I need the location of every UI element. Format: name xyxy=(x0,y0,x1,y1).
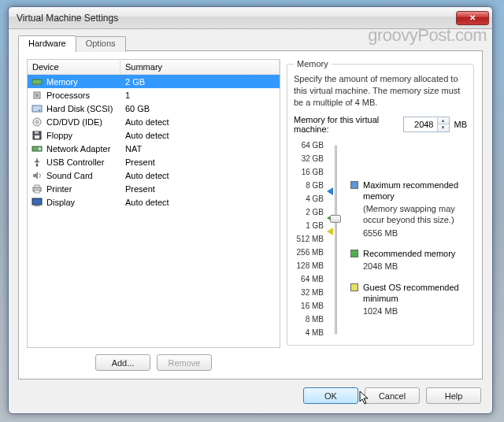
svg-rect-1 xyxy=(34,84,35,86)
svg-rect-6 xyxy=(32,106,42,112)
spin-up-icon[interactable]: ▲ xyxy=(438,117,449,125)
ok-button[interactable]: OK xyxy=(303,387,358,404)
close-button[interactable]: ✕ xyxy=(456,11,489,25)
memory-spinner[interactable]: ▲ ▼ xyxy=(403,117,450,132)
device-summary: Auto detect xyxy=(120,131,280,140)
device-name: Hard Disk (SCSI) xyxy=(44,104,120,113)
device-summary: Present xyxy=(120,157,280,167)
tick-label: 256 MB xyxy=(294,249,324,262)
list-item[interactable]: Hard Disk (SCSI)60 GB xyxy=(28,102,280,115)
list-header: Device Summary xyxy=(28,60,280,75)
svg-rect-3 xyxy=(39,84,39,86)
memory-desc: Specify the amount of memory allocated t… xyxy=(294,73,467,109)
memory-icon xyxy=(30,76,44,87)
memory-legend-list: Maximum recommended memory (Memory swapp… xyxy=(347,142,467,342)
square-green-icon xyxy=(350,250,358,257)
memory-label: Memory for this virtual machine: xyxy=(294,115,398,134)
square-yellow-icon xyxy=(350,283,358,291)
cancel-button[interactable]: Cancel xyxy=(365,387,420,404)
tick-label: 64 MB xyxy=(294,276,324,289)
tick-label: 8 GB xyxy=(294,182,324,195)
min-marker-icon xyxy=(327,228,333,235)
svg-rect-18 xyxy=(35,191,39,193)
list-item[interactable]: CD/DVD (IDE)Auto detect xyxy=(28,115,280,128)
add-button[interactable]: Add... xyxy=(95,354,150,371)
printer-icon xyxy=(30,183,44,194)
list-item[interactable]: DisplayAuto detect xyxy=(28,195,280,209)
tick-label: 4 GB xyxy=(294,195,324,209)
list-item[interactable]: Memory2 GB xyxy=(28,75,280,88)
rec-value: 2048 MB xyxy=(363,261,455,272)
slider-thumb[interactable] xyxy=(330,215,341,223)
tick-label: 16 MB xyxy=(294,302,324,316)
svg-rect-21 xyxy=(34,205,40,206)
device-name: Processors xyxy=(44,91,120,100)
cd-icon xyxy=(30,117,44,128)
tick-label: 64 GB xyxy=(294,142,324,155)
slider-ticks: 64 GB32 GB16 GB8 GB4 GB2 GB1 GB512 MB256… xyxy=(294,142,324,342)
window-title: Virtual Machine Settings xyxy=(17,13,456,24)
svg-rect-2 xyxy=(36,84,37,86)
memory-slider[interactable] xyxy=(328,142,343,342)
help-button[interactable]: Help xyxy=(426,387,481,404)
memory-group: Memory Specify the amount of memory allo… xyxy=(287,59,474,346)
svg-point-7 xyxy=(39,109,40,111)
tick-label: 16 GB xyxy=(294,168,324,182)
svg-rect-0 xyxy=(32,80,42,84)
svg-rect-12 xyxy=(35,135,39,139)
device-column: Device Summary Memory2 GBProcessors1Hard… xyxy=(27,59,280,371)
square-blue-icon xyxy=(350,181,358,189)
list-item[interactable]: Sound CardAuto detect xyxy=(28,168,280,182)
cpu-icon xyxy=(30,90,44,101)
list-item[interactable]: Network AdapterNAT xyxy=(28,142,280,155)
device-summary: Auto detect xyxy=(120,171,280,180)
spin-down-icon[interactable]: ▼ xyxy=(438,124,449,131)
display-icon xyxy=(30,197,44,208)
device-name: Memory xyxy=(44,77,120,87)
tick-label: 2 GB xyxy=(294,209,324,222)
svg-rect-17 xyxy=(35,185,39,187)
tick-label: 32 GB xyxy=(294,155,324,168)
tick-label: 4 MB xyxy=(294,329,324,342)
remove-button: Remove xyxy=(157,354,212,371)
svg-rect-11 xyxy=(35,131,39,134)
tick-label: 32 MB xyxy=(294,289,324,302)
svg-rect-19 xyxy=(32,198,42,205)
svg-rect-5 xyxy=(35,94,39,97)
list-item[interactable]: USB ControllerPresent xyxy=(28,155,280,168)
memory-legend: Memory xyxy=(294,59,332,68)
device-name: Network Adapter xyxy=(44,144,120,154)
device-summary: 1 xyxy=(120,91,280,100)
tab-options[interactable]: Options xyxy=(76,36,126,52)
rec-title: Recommended memory xyxy=(363,248,455,259)
sound-icon xyxy=(30,170,44,181)
device-summary: Present xyxy=(120,184,280,194)
device-name: CD/DVD (IDE) xyxy=(44,117,120,127)
max-note: (Memory swapping may occur beyond this s… xyxy=(363,203,467,226)
tab-hardware[interactable]: Hardware xyxy=(18,35,76,51)
device-summary: NAT xyxy=(120,144,280,154)
nic-icon xyxy=(30,143,44,154)
list-item[interactable]: Processors1 xyxy=(28,88,280,102)
device-name: Floppy xyxy=(44,131,120,140)
device-name: Printer xyxy=(44,184,120,194)
memory-input[interactable] xyxy=(404,117,437,131)
list-item[interactable]: PrinterPresent xyxy=(28,182,280,195)
min-title: Guest OS recommended minimum xyxy=(363,282,467,305)
svg-rect-14 xyxy=(39,147,41,150)
device-name: USB Controller xyxy=(44,157,120,167)
col-device[interactable]: Device xyxy=(28,60,120,74)
tab-panel: Device Summary Memory2 GBProcessors1Hard… xyxy=(18,50,483,379)
tick-label: 128 MB xyxy=(294,262,324,276)
dialog-footer: OK Cancel Help xyxy=(303,387,481,404)
max-title: Maximum recommended memory xyxy=(363,180,467,202)
memory-unit: MB xyxy=(454,120,468,129)
device-name: Display xyxy=(44,198,120,207)
col-summary[interactable]: Summary xyxy=(120,60,280,74)
svg-point-9 xyxy=(36,120,39,123)
max-value: 6556 MB xyxy=(363,228,467,239)
svg-point-15 xyxy=(36,164,39,166)
list-item[interactable]: FloppyAuto detect xyxy=(28,128,280,142)
device-summary: Auto detect xyxy=(120,198,280,207)
settings-window: Virtual Machine Settings ✕ Hardware Opti… xyxy=(8,6,493,414)
